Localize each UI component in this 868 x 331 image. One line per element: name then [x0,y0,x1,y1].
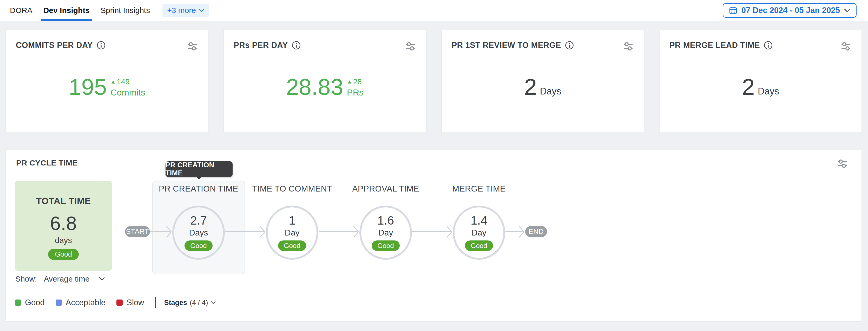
date-range-label: 07 Dec 2024 - 05 Jan 2025 [741,6,840,15]
total-time-unit: days [55,236,72,245]
delta-value: 149 [117,78,130,86]
show-dropdown[interactable]: Show: Average time [16,275,105,283]
total-time-label: TOTAL TIME [36,196,91,206]
filter-sliders-icon[interactable] [840,40,851,52]
arrow-right-icon [166,226,172,238]
card-title-text: PR MERGE LEAD TIME [670,40,760,50]
metric-unit: Commits [111,88,145,97]
info-icon[interactable] [96,40,106,50]
stage-unit: Day [378,228,393,237]
flow-end-pill: END [525,226,547,237]
status-badge: Good [278,241,306,251]
more-tabs-label: +3 more [167,6,196,15]
metric-delta: ▲ 28 [347,78,362,86]
metric-value: 2 Days [524,77,561,98]
commits-per-day-card: COMMITS PER DAY 195 ▲ 149 Commits [5,30,209,133]
arrow-right-icon [353,226,359,238]
stage-circle: 1.4 Day Good [453,205,505,260]
info-icon[interactable] [291,40,301,50]
card-title: PRs PER DAY [234,40,301,50]
stage-value: 1.4 [471,214,487,226]
pr-merge-lead-time-card: PR MERGE LEAD TIME 2 Days [659,30,862,133]
stage-circle: 1 Day Good [266,205,318,260]
filter-sliders-icon[interactable] [187,40,198,52]
card-title-text: COMMITS PER DAY [16,40,93,50]
stage-value: 2.7 [190,214,207,226]
legend: Good Acceptable Slow Stages (4 / 4) [15,297,216,308]
delta-value: 28 [353,78,362,86]
metric-value: 2 Days [742,77,779,98]
date-range-picker[interactable]: 07 Dec 2024 - 05 Jan 2025 [723,3,857,18]
chevron-down-icon [199,9,204,12]
metric-number: 195 [69,77,107,98]
arrow-up-icon: ▲ [347,79,352,84]
arrow-right-icon [446,226,453,238]
flow-connector [319,231,358,232]
metric-delta: ▲ 149 [111,78,130,86]
stage-value: 1.6 [377,214,394,226]
total-time-value: 6.8 [50,214,77,233]
metric-number: 2 [742,77,755,98]
legend-slow-swatch [117,300,123,306]
metric-value: 28.83 ▲ 28 PRs [286,77,364,98]
status-badge: Good [465,241,493,251]
legend-slow-label: Slow [127,298,144,307]
legend-acceptable-swatch [56,300,62,306]
legend-acceptable-label: Acceptable [66,298,105,307]
chevron-down-icon [99,277,105,281]
metric-unit: Days [758,87,779,98]
card-title-text: PRs PER DAY [234,40,288,50]
flow-connector [412,231,451,232]
metric-unit: PRs [347,88,364,97]
arrow-up-icon: ▲ [111,79,116,84]
legend-good-label: Good [25,298,45,307]
top-navigation-bar: DORA Dev Insights Sprint Insights +3 mor… [0,0,868,21]
card-title: PR MERGE LEAD TIME [670,40,773,50]
filter-sliders-icon[interactable] [837,158,848,169]
tab-dev-insights[interactable]: Dev Insights [43,0,90,21]
stage-circle: 1.6 Day Good [360,205,412,260]
filter-sliders-icon[interactable] [405,40,416,52]
card-title: PR 1ST REVIEW TO MERGE [452,40,574,50]
stage-title: TIME TO COMMENT [252,184,332,194]
stage-title: PR CREATION TIME [159,184,238,194]
status-badge: Good [48,249,79,260]
chevron-down-icon [844,8,850,12]
stage-merge-time[interactable]: MERGE TIME 1.4 Day Good [453,184,505,260]
calendar-icon [729,6,737,15]
arrow-right-icon [519,226,525,238]
stages-filter-label: Stages [164,299,187,307]
chevron-down-icon [211,301,216,304]
tab-dora[interactable]: DORA [10,0,32,21]
prs-per-day-card: PRs PER DAY 28.83 ▲ 28 PRs [223,30,426,133]
status-badge: Good [185,241,213,251]
tab-sprint-insights[interactable]: Sprint Insights [100,0,150,21]
filter-sliders-icon[interactable] [622,40,634,52]
arrow-right-icon [259,226,266,238]
flow-connector [225,231,264,232]
stage-circle: 2.7 Days Good [172,205,225,260]
metric-value: 195 ▲ 149 Commits [69,77,145,98]
stages-filter-count: (4 / 4) [190,299,208,307]
card-title: COMMITS PER DAY [16,40,106,50]
stage-approval-time[interactable]: APPROVAL TIME 1.6 Day Good [360,184,412,260]
stage-time-to-comment[interactable]: TIME TO COMMENT 1 Day Good [266,184,318,260]
total-time-box: TOTAL TIME 6.8 days Good [15,181,112,271]
metric-number: 28.83 [286,77,343,98]
stage-unit: Day [472,228,487,237]
stage-pr-creation-time[interactable]: PR CREATION TIME 2.7 Days Good [172,184,225,260]
info-icon[interactable] [565,40,574,50]
divider [155,297,156,308]
pr-cycle-time-card: PR CYCLE TIME TOTAL TIME 6.8 days Good S… [5,149,862,322]
metric-number: 2 [524,77,537,98]
legend-good-swatch [15,300,21,306]
section-title: PR CYCLE TIME [16,159,78,167]
more-tabs-button[interactable]: +3 more [162,4,209,17]
card-title-text: PR 1ST REVIEW TO MERGE [452,40,561,50]
pr-first-review-to-merge-card: PR 1ST REVIEW TO MERGE 2 Days [441,30,644,133]
stage-title: MERGE TIME [452,184,505,194]
stages-filter-dropdown[interactable]: Stages (4 / 4) [164,299,215,307]
flow-start-pill: START [125,226,150,237]
info-icon[interactable] [764,40,773,50]
tab-list: DORA Dev Insights Sprint Insights +3 mor… [10,0,209,21]
